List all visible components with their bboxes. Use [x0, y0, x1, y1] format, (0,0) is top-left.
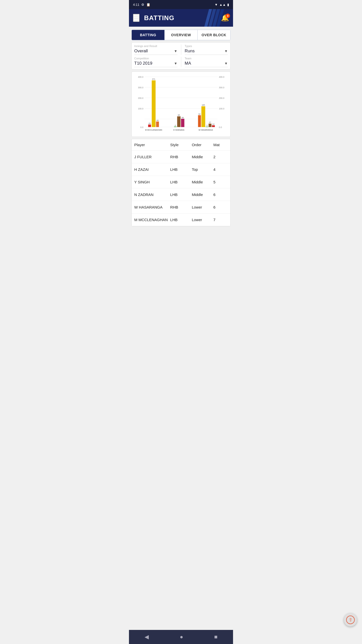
menu-button[interactable]: ☰	[133, 14, 140, 22]
competition-filter: Competition T10 2019 ▼	[134, 57, 177, 67]
svg-text:20: 20	[149, 122, 151, 125]
svg-text:14: 14	[212, 123, 215, 125]
header-right: 🔔 0	[221, 14, 229, 22]
col-mat: Mat	[213, 143, 228, 147]
table-row: M MCCLENAGHAN LHB Lower 7	[132, 214, 230, 226]
status-right: ▼ ▲▲ ▮	[214, 3, 229, 7]
svg-rect-30	[198, 115, 201, 127]
table-row: N ZADRAN LHB Middle 6	[132, 188, 230, 201]
chart-container: 400.0 300.0 200.0 100.0 0.0 400.0 300.0 …	[134, 74, 228, 135]
tab-overblock[interactable]: OVER BLOCK	[198, 30, 230, 40]
svg-rect-38	[212, 125, 215, 127]
player-order: Middle	[192, 192, 213, 197]
svg-text:66: 66	[182, 116, 184, 119]
player-style: RHB	[170, 205, 192, 209]
svg-rect-16	[148, 125, 151, 127]
svg-text:100.0: 100.0	[219, 107, 224, 110]
svg-text:44: 44	[156, 119, 159, 122]
player-name: M MCCLENAGHAN	[134, 218, 170, 222]
header-left: ☰ BATTING	[133, 14, 174, 22]
svg-text:3: 3	[206, 124, 207, 127]
time-display: 4:11	[133, 3, 139, 7]
wifi-icon: ▼	[214, 3, 218, 7]
col-player: Player	[134, 143, 170, 147]
svg-text:27: 27	[209, 121, 211, 124]
competition-arrow-icon: ▼	[174, 61, 177, 65]
svg-rect-20	[156, 122, 159, 127]
team-value: MA	[185, 61, 191, 66]
chart-section: 400.0 300.0 200.0 100.0 0.0 400.0 300.0 …	[131, 71, 231, 137]
svg-text:400.0: 400.0	[138, 76, 144, 78]
player-order: Middle	[192, 180, 213, 184]
player-style: RHB	[170, 155, 192, 159]
player-mat: 7	[213, 218, 228, 222]
filters-section: Innings and Result Overall ▼ Types Runs …	[131, 42, 231, 69]
svg-rect-25	[177, 116, 180, 127]
svg-text:W HASARANGA: W HASARANGA	[199, 129, 213, 131]
table-row: J FULLER RHB Middle 2	[132, 151, 230, 163]
player-name: Y SINGH	[134, 180, 170, 184]
svg-rect-18	[152, 80, 156, 127]
svg-text:4: 4	[175, 124, 176, 127]
types-filter: Types Runs ▼	[185, 45, 228, 55]
svg-text:300.0: 300.0	[219, 86, 224, 89]
player-order: Lower	[192, 205, 213, 209]
innings-value: Overall	[134, 49, 148, 54]
competition-select[interactable]: T10 2019 ▼	[134, 61, 177, 67]
player-order: Top	[192, 167, 213, 172]
status-bar: 4:11 ⚙ 📋 ▼ ▲▲ ▮	[129, 0, 233, 9]
filter-row-2: Competition T10 2019 ▼ Team MA ▼	[134, 57, 228, 67]
svg-text:100.0: 100.0	[138, 107, 144, 110]
home-button[interactable]: ●	[180, 634, 183, 640]
back-button[interactable]: ◀	[145, 634, 149, 640]
svg-text:200.0: 200.0	[138, 97, 144, 99]
settings-icon: ⚙	[141, 3, 144, 7]
col-order: Order	[192, 143, 213, 147]
player-table: Player Style Order Mat J FULLER RHB Midd…	[131, 139, 231, 226]
svg-rect-23	[174, 127, 176, 127]
svg-text:165: 165	[202, 104, 205, 106]
tab-batting[interactable]: BATTING	[132, 30, 165, 40]
table-header: Player Style Order Mat	[132, 139, 230, 151]
player-order: Middle	[192, 155, 213, 159]
player-mat: 6	[213, 205, 228, 209]
table-row: W HASARANGA RHB Lower 6	[132, 201, 230, 214]
player-mat: 4	[213, 167, 228, 172]
team-select[interactable]: MA ▼	[185, 61, 228, 67]
player-order: Lower	[192, 218, 213, 222]
player-mat: 2	[213, 155, 228, 159]
filter-divider-1	[181, 45, 181, 55]
player-mat: 5	[213, 180, 228, 184]
svg-rect-36	[209, 124, 211, 127]
svg-text:371: 371	[152, 78, 155, 80]
page-title: BATTING	[144, 14, 174, 22]
svg-text:D SHANAKA: D SHANAKA	[173, 129, 185, 131]
recents-button[interactable]: ■	[214, 634, 217, 640]
notification-badge: 0	[225, 14, 230, 18]
tab-overview[interactable]: OVERVIEW	[165, 30, 198, 40]
table-row: H ZAZAI LHB Top 4	[132, 163, 230, 176]
types-select[interactable]: Runs ▼	[185, 49, 228, 55]
status-left: 4:11 ⚙ 📋	[133, 3, 150, 7]
signal-icon: ▲▲	[219, 3, 226, 7]
player-mat: 6	[213, 192, 228, 197]
col-style: Style	[170, 143, 192, 147]
svg-rect-34	[206, 127, 208, 127]
innings-select[interactable]: Overall ▼	[134, 49, 177, 55]
player-style: LHB	[170, 180, 192, 184]
notification-button[interactable]: 🔔 0	[221, 14, 229, 22]
innings-filter: Innings and Result Overall ▼	[134, 45, 177, 55]
innings-arrow-icon: ▼	[174, 49, 177, 53]
team-label: Team	[185, 57, 228, 60]
svg-text:85: 85	[178, 114, 180, 116]
svg-text:200.0: 200.0	[219, 97, 224, 99]
player-style: LHB	[170, 192, 192, 197]
player-style: LHB	[170, 218, 192, 222]
svg-text:0.0: 0.0	[140, 126, 143, 129]
svg-rect-27	[181, 119, 184, 127]
player-style: LHB	[170, 167, 192, 172]
competition-value: T10 2019	[134, 61, 152, 66]
filter-row-1: Innings and Result Overall ▼ Types Runs …	[134, 45, 228, 55]
types-label: Types	[185, 45, 228, 48]
svg-text:94: 94	[198, 113, 201, 115]
